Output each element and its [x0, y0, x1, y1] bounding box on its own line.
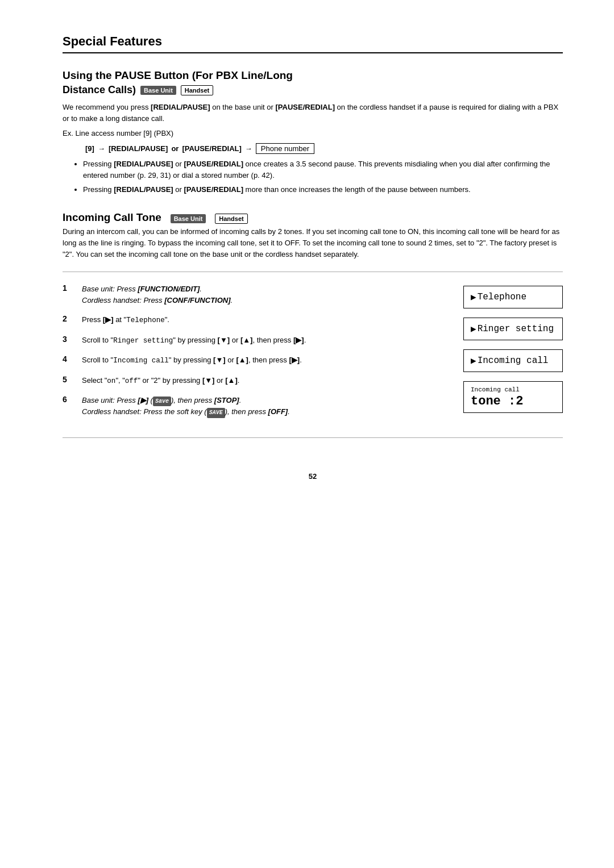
- step-2-number: 2: [63, 314, 75, 323]
- lcd-telephone-text: Telephone: [478, 292, 526, 302]
- step-3-number: 3: [63, 335, 75, 344]
- bullet-item-2: Pressing [REDIAL/PAUSE] or [PAUSE/REDIAL…: [83, 184, 563, 195]
- section-divider: [63, 272, 563, 272]
- steps-left: 1 Base unit: Press [FUNCTION/EDIT]. Cord…: [63, 283, 446, 426]
- lcd-arrow-1: ▶: [471, 291, 476, 303]
- lcd-arrow-2: ▶: [471, 323, 476, 335]
- lcd-telephone: ▶ Telephone: [463, 286, 563, 308]
- lcd-ringer-text: Ringer setting: [478, 324, 554, 334]
- section1-subtitle: Distance Calls) Base Unit Handset: [63, 84, 563, 96]
- step-6-sub: Cordless handset: Press the soft key (SA…: [82, 406, 446, 418]
- step-1-sub: Cordless handset: Press [CONF/FUNCTION].: [82, 295, 446, 306]
- page-number: 52: [63, 472, 563, 481]
- example-line: Ex. Line access number [9] (PBX): [63, 129, 563, 137]
- step-1-content: Base unit: Press [FUNCTION/EDIT]. Cordle…: [82, 283, 446, 306]
- handset-badge-2: Handset: [215, 214, 247, 224]
- section1-title-text: Using the PAUSE Button (For PBX Line/Lon…: [63, 69, 293, 81]
- step-6-number: 6: [63, 395, 75, 404]
- step-4-content: Scroll to "Incoming call" by pressing [▼…: [82, 354, 446, 366]
- arrow-diagram: [9] → [REDIAL/PAUSE] or [PAUSE/REDIAL] →…: [85, 143, 563, 154]
- step-6-main: Base unit: Press [▶] (Save), then press …: [82, 395, 446, 407]
- section2-title-wrapper: Incoming Call Tone Base Unit Handset: [63, 211, 563, 224]
- handset-badge-1: Handset: [181, 85, 213, 95]
- step-5: 5 Select "on", "off" or "2" by pressing …: [63, 375, 446, 387]
- lcd-screens-column: ▶ Telephone ▶ Ringer setting ▶ Incoming …: [463, 283, 563, 413]
- step-6: 6 Base unit: Press [▶] (Save), then pres…: [63, 395, 446, 418]
- lcd-tone-value: tone :2: [471, 394, 555, 408]
- lcd-incoming-call-text: Incoming call: [478, 356, 549, 366]
- step-4-main: Scroll to "Incoming call" by pressing [▼…: [82, 354, 446, 366]
- section1-title: Using the PAUSE Button (For PBX Line/Lon…: [63, 69, 563, 82]
- step-5-content: Select "on", "off" or "2" by pressing [▼…: [82, 375, 446, 387]
- lcd-incoming-call-tone: Incoming call tone :2: [463, 381, 563, 413]
- bullet-item-1: Pressing [REDIAL/PAUSE] or [PAUSE/REDIAL…: [83, 158, 563, 181]
- section2-body: During an intercom call, you can be info…: [63, 226, 563, 260]
- step-4-number: 4: [63, 354, 75, 364]
- step-3-content: Scroll to "Ringer setting" by pressing […: [82, 335, 446, 347]
- step-2-content: Press [▶] at "Telephone".: [82, 314, 446, 326]
- step-1: 1 Base unit: Press [FUNCTION/EDIT]. Cord…: [63, 283, 446, 306]
- phone-number-box: Phone number: [256, 143, 314, 154]
- step-3-main: Scroll to "Ringer setting" by pressing […: [82, 335, 446, 347]
- step-2-main: Press [▶] at "Telephone".: [82, 314, 446, 326]
- base-unit-badge-2: Base Unit: [171, 214, 206, 223]
- step-3: 3 Scroll to "Ringer setting" by pressing…: [63, 335, 446, 347]
- step-1-number: 1: [63, 283, 75, 293]
- step-2: 2 Press [▶] at "Telephone".: [63, 314, 446, 326]
- section2-title: Incoming Call Tone: [63, 211, 161, 223]
- section1-subtitle-text: Distance Calls): [63, 84, 136, 96]
- lcd-incoming-call: ▶ Incoming call: [463, 349, 563, 372]
- base-unit-badge-1: Base Unit: [140, 86, 176, 95]
- lcd-tone-label: Incoming call: [471, 386, 555, 394]
- lcd-ringer-setting: ▶ Ringer setting: [463, 318, 563, 340]
- section-bottom-divider: [63, 437, 563, 438]
- step-5-main: Select "on", "off" or "2" by pressing [▼…: [82, 375, 446, 387]
- step-6-content: Base unit: Press [▶] (Save), then press …: [82, 395, 446, 418]
- lcd-arrow-3: ▶: [471, 355, 476, 366]
- step-4: 4 Scroll to "Incoming call" by pressing …: [63, 354, 446, 366]
- step-5-number: 5: [63, 375, 75, 384]
- section1-body: We recommend you press [REDIAL/PAUSE] on…: [63, 102, 563, 124]
- steps-lcd-container: 1 Base unit: Press [FUNCTION/EDIT]. Cord…: [63, 283, 563, 426]
- page-title: Special Features: [63, 34, 563, 53]
- section1-bullets: Pressing [REDIAL/PAUSE] or [PAUSE/REDIAL…: [72, 158, 563, 195]
- step-1-main: Base unit: Press [FUNCTION/EDIT].: [82, 283, 446, 295]
